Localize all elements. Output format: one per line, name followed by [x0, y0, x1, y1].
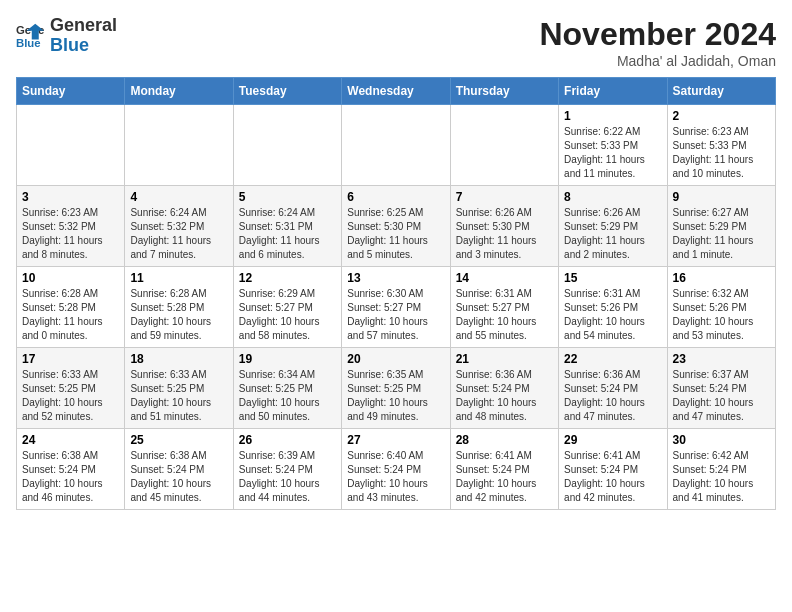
day-info: Sunrise: 6:32 AM Sunset: 5:26 PM Dayligh… — [673, 287, 770, 343]
day-info: Sunrise: 6:22 AM Sunset: 5:33 PM Dayligh… — [564, 125, 661, 181]
calendar-cell: 19Sunrise: 6:34 AM Sunset: 5:25 PM Dayli… — [233, 348, 341, 429]
calendar-cell: 12Sunrise: 6:29 AM Sunset: 5:27 PM Dayli… — [233, 267, 341, 348]
calendar-cell: 28Sunrise: 6:41 AM Sunset: 5:24 PM Dayli… — [450, 429, 558, 510]
day-number: 5 — [239, 190, 336, 204]
day-info: Sunrise: 6:26 AM Sunset: 5:30 PM Dayligh… — [456, 206, 553, 262]
day-number: 4 — [130, 190, 227, 204]
day-number: 29 — [564, 433, 661, 447]
week-row-3: 10Sunrise: 6:28 AM Sunset: 5:28 PM Dayli… — [17, 267, 776, 348]
page-header: General Blue General Blue November 2024 … — [16, 16, 776, 69]
calendar-cell: 15Sunrise: 6:31 AM Sunset: 5:26 PM Dayli… — [559, 267, 667, 348]
day-info: Sunrise: 6:33 AM Sunset: 5:25 PM Dayligh… — [130, 368, 227, 424]
logo-text: General Blue — [50, 16, 117, 56]
day-number: 18 — [130, 352, 227, 366]
day-info: Sunrise: 6:24 AM Sunset: 5:32 PM Dayligh… — [130, 206, 227, 262]
calendar-cell: 24Sunrise: 6:38 AM Sunset: 5:24 PM Dayli… — [17, 429, 125, 510]
calendar-cell: 22Sunrise: 6:36 AM Sunset: 5:24 PM Dayli… — [559, 348, 667, 429]
calendar-cell: 10Sunrise: 6:28 AM Sunset: 5:28 PM Dayli… — [17, 267, 125, 348]
day-info: Sunrise: 6:37 AM Sunset: 5:24 PM Dayligh… — [673, 368, 770, 424]
calendar-cell: 3Sunrise: 6:23 AM Sunset: 5:32 PM Daylig… — [17, 186, 125, 267]
day-number: 25 — [130, 433, 227, 447]
day-number: 14 — [456, 271, 553, 285]
logo-icon: General Blue — [16, 22, 44, 50]
location-subtitle: Madha' al Jadidah, Oman — [539, 53, 776, 69]
day-number: 12 — [239, 271, 336, 285]
day-number: 26 — [239, 433, 336, 447]
day-number: 6 — [347, 190, 444, 204]
day-info: Sunrise: 6:26 AM Sunset: 5:29 PM Dayligh… — [564, 206, 661, 262]
day-info: Sunrise: 6:35 AM Sunset: 5:25 PM Dayligh… — [347, 368, 444, 424]
day-header-monday: Monday — [125, 78, 233, 105]
day-info: Sunrise: 6:39 AM Sunset: 5:24 PM Dayligh… — [239, 449, 336, 505]
day-number: 9 — [673, 190, 770, 204]
calendar-cell: 7Sunrise: 6:26 AM Sunset: 5:30 PM Daylig… — [450, 186, 558, 267]
calendar-cell: 2Sunrise: 6:23 AM Sunset: 5:33 PM Daylig… — [667, 105, 775, 186]
day-number: 27 — [347, 433, 444, 447]
day-number: 23 — [673, 352, 770, 366]
calendar-cell: 6Sunrise: 6:25 AM Sunset: 5:30 PM Daylig… — [342, 186, 450, 267]
day-number: 10 — [22, 271, 119, 285]
day-info: Sunrise: 6:30 AM Sunset: 5:27 PM Dayligh… — [347, 287, 444, 343]
day-number: 7 — [456, 190, 553, 204]
day-header-friday: Friday — [559, 78, 667, 105]
calendar-cell — [125, 105, 233, 186]
calendar-cell: 4Sunrise: 6:24 AM Sunset: 5:32 PM Daylig… — [125, 186, 233, 267]
calendar-cell: 13Sunrise: 6:30 AM Sunset: 5:27 PM Dayli… — [342, 267, 450, 348]
calendar-cell — [17, 105, 125, 186]
day-number: 24 — [22, 433, 119, 447]
day-info: Sunrise: 6:41 AM Sunset: 5:24 PM Dayligh… — [564, 449, 661, 505]
day-number: 15 — [564, 271, 661, 285]
day-number: 1 — [564, 109, 661, 123]
calendar-cell: 17Sunrise: 6:33 AM Sunset: 5:25 PM Dayli… — [17, 348, 125, 429]
calendar-cell — [342, 105, 450, 186]
calendar-cell: 27Sunrise: 6:40 AM Sunset: 5:24 PM Dayli… — [342, 429, 450, 510]
calendar-cell: 8Sunrise: 6:26 AM Sunset: 5:29 PM Daylig… — [559, 186, 667, 267]
calendar-cell: 25Sunrise: 6:38 AM Sunset: 5:24 PM Dayli… — [125, 429, 233, 510]
calendar-cell: 30Sunrise: 6:42 AM Sunset: 5:24 PM Dayli… — [667, 429, 775, 510]
calendar-cell: 11Sunrise: 6:28 AM Sunset: 5:28 PM Dayli… — [125, 267, 233, 348]
day-header-thursday: Thursday — [450, 78, 558, 105]
calendar-cell: 29Sunrise: 6:41 AM Sunset: 5:24 PM Dayli… — [559, 429, 667, 510]
day-number: 19 — [239, 352, 336, 366]
day-info: Sunrise: 6:23 AM Sunset: 5:33 PM Dayligh… — [673, 125, 770, 181]
day-number: 16 — [673, 271, 770, 285]
day-number: 21 — [456, 352, 553, 366]
calendar-cell: 5Sunrise: 6:24 AM Sunset: 5:31 PM Daylig… — [233, 186, 341, 267]
week-row-2: 3Sunrise: 6:23 AM Sunset: 5:32 PM Daylig… — [17, 186, 776, 267]
day-header-wednesday: Wednesday — [342, 78, 450, 105]
day-info: Sunrise: 6:28 AM Sunset: 5:28 PM Dayligh… — [130, 287, 227, 343]
day-info: Sunrise: 6:38 AM Sunset: 5:24 PM Dayligh… — [22, 449, 119, 505]
calendar-cell: 16Sunrise: 6:32 AM Sunset: 5:26 PM Dayli… — [667, 267, 775, 348]
day-number: 30 — [673, 433, 770, 447]
day-info: Sunrise: 6:25 AM Sunset: 5:30 PM Dayligh… — [347, 206, 444, 262]
title-block: November 2024 Madha' al Jadidah, Oman — [539, 16, 776, 69]
day-info: Sunrise: 6:33 AM Sunset: 5:25 PM Dayligh… — [22, 368, 119, 424]
calendar-cell: 20Sunrise: 6:35 AM Sunset: 5:25 PM Dayli… — [342, 348, 450, 429]
day-number: 11 — [130, 271, 227, 285]
day-number: 8 — [564, 190, 661, 204]
day-number: 3 — [22, 190, 119, 204]
day-number: 22 — [564, 352, 661, 366]
day-header-saturday: Saturday — [667, 78, 775, 105]
day-info: Sunrise: 6:38 AM Sunset: 5:24 PM Dayligh… — [130, 449, 227, 505]
logo: General Blue General Blue — [16, 16, 117, 56]
calendar-cell: 9Sunrise: 6:27 AM Sunset: 5:29 PM Daylig… — [667, 186, 775, 267]
day-number: 2 — [673, 109, 770, 123]
calendar-cell: 18Sunrise: 6:33 AM Sunset: 5:25 PM Dayli… — [125, 348, 233, 429]
day-number: 17 — [22, 352, 119, 366]
week-row-4: 17Sunrise: 6:33 AM Sunset: 5:25 PM Dayli… — [17, 348, 776, 429]
day-info: Sunrise: 6:40 AM Sunset: 5:24 PM Dayligh… — [347, 449, 444, 505]
day-info: Sunrise: 6:31 AM Sunset: 5:26 PM Dayligh… — [564, 287, 661, 343]
calendar-cell — [450, 105, 558, 186]
day-info: Sunrise: 6:24 AM Sunset: 5:31 PM Dayligh… — [239, 206, 336, 262]
day-header-sunday: Sunday — [17, 78, 125, 105]
calendar-cell: 21Sunrise: 6:36 AM Sunset: 5:24 PM Dayli… — [450, 348, 558, 429]
day-info: Sunrise: 6:27 AM Sunset: 5:29 PM Dayligh… — [673, 206, 770, 262]
calendar-table: SundayMondayTuesdayWednesdayThursdayFrid… — [16, 77, 776, 510]
week-row-1: 1Sunrise: 6:22 AM Sunset: 5:33 PM Daylig… — [17, 105, 776, 186]
week-row-5: 24Sunrise: 6:38 AM Sunset: 5:24 PM Dayli… — [17, 429, 776, 510]
calendar-cell: 23Sunrise: 6:37 AM Sunset: 5:24 PM Dayli… — [667, 348, 775, 429]
day-info: Sunrise: 6:34 AM Sunset: 5:25 PM Dayligh… — [239, 368, 336, 424]
day-info: Sunrise: 6:31 AM Sunset: 5:27 PM Dayligh… — [456, 287, 553, 343]
calendar-cell: 1Sunrise: 6:22 AM Sunset: 5:33 PM Daylig… — [559, 105, 667, 186]
